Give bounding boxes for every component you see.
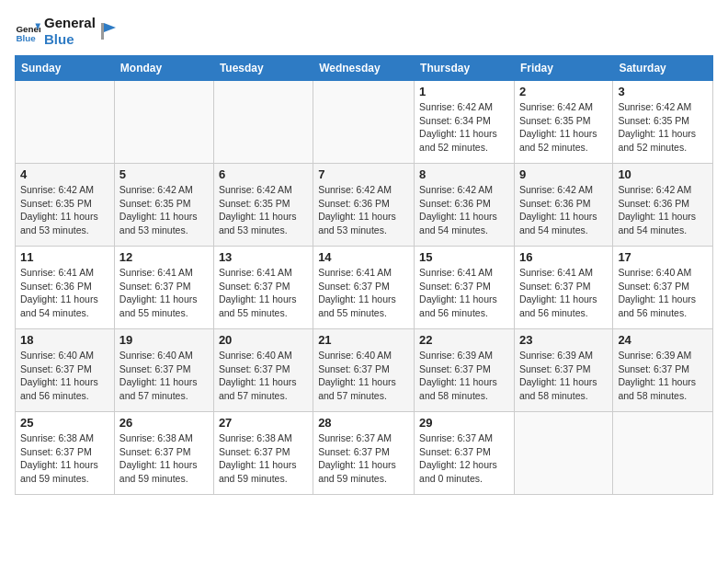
calendar-cell: 9Sunrise: 6:42 AM Sunset: 6:36 PM Daylig… bbox=[514, 164, 612, 247]
day-header-friday: Friday bbox=[514, 56, 612, 81]
calendar-cell bbox=[114, 81, 213, 164]
calendar-cell: 15Sunrise: 6:41 AM Sunset: 6:37 PM Dayli… bbox=[415, 247, 515, 329]
day-number: 11 bbox=[20, 250, 109, 264]
day-info: Sunrise: 6:42 AM Sunset: 6:34 PM Dayligh… bbox=[419, 100, 509, 155]
calendar-header: SundayMondayTuesdayWednesdayThursdayFrid… bbox=[16, 56, 713, 81]
calendar-cell: 16Sunrise: 6:41 AM Sunset: 6:37 PM Dayli… bbox=[514, 247, 612, 329]
calendar-cell: 7Sunrise: 6:42 AM Sunset: 6:36 PM Daylig… bbox=[313, 164, 415, 247]
calendar-cell: 8Sunrise: 6:42 AM Sunset: 6:36 PM Daylig… bbox=[415, 164, 515, 247]
calendar-cell bbox=[514, 412, 612, 495]
calendar-cell: 6Sunrise: 6:42 AM Sunset: 6:35 PM Daylig… bbox=[213, 164, 313, 247]
day-number: 5 bbox=[119, 167, 209, 181]
day-number: 14 bbox=[318, 250, 409, 264]
calendar-cell: 27Sunrise: 6:38 AM Sunset: 6:37 PM Dayli… bbox=[213, 412, 313, 495]
day-header-saturday: Saturday bbox=[613, 56, 713, 81]
svg-marker-4 bbox=[104, 23, 116, 32]
day-header-monday: Monday bbox=[114, 56, 213, 81]
day-number: 18 bbox=[20, 333, 109, 347]
day-info: Sunrise: 6:41 AM Sunset: 6:37 PM Dayligh… bbox=[219, 266, 308, 320]
calendar-cell: 24Sunrise: 6:39 AM Sunset: 6:37 PM Dayli… bbox=[613, 329, 713, 412]
day-number: 19 bbox=[119, 333, 209, 347]
day-number: 8 bbox=[419, 167, 509, 181]
day-info: Sunrise: 6:37 AM Sunset: 6:37 PM Dayligh… bbox=[318, 431, 409, 486]
calendar-cell bbox=[313, 81, 415, 164]
day-info: Sunrise: 6:42 AM Sunset: 6:36 PM Dayligh… bbox=[519, 183, 608, 237]
day-info: Sunrise: 6:42 AM Sunset: 6:36 PM Dayligh… bbox=[618, 183, 708, 237]
day-number: 10 bbox=[618, 167, 708, 181]
day-number: 20 bbox=[219, 333, 308, 347]
day-number: 1 bbox=[419, 85, 509, 98]
calendar-cell: 4Sunrise: 6:42 AM Sunset: 6:35 PM Daylig… bbox=[16, 164, 115, 247]
calendar-week-2: 4Sunrise: 6:42 AM Sunset: 6:35 PM Daylig… bbox=[16, 164, 713, 247]
day-info: Sunrise: 6:42 AM Sunset: 6:35 PM Dayligh… bbox=[119, 183, 209, 237]
day-info: Sunrise: 6:38 AM Sunset: 6:37 PM Dayligh… bbox=[219, 431, 308, 486]
calendar-cell: 28Sunrise: 6:37 AM Sunset: 6:37 PM Dayli… bbox=[313, 412, 415, 495]
day-number: 25 bbox=[20, 416, 109, 430]
day-number: 2 bbox=[519, 85, 608, 98]
calendar-cell: 23Sunrise: 6:39 AM Sunset: 6:37 PM Dayli… bbox=[514, 329, 612, 412]
day-number: 16 bbox=[519, 250, 608, 264]
calendar-cell bbox=[213, 81, 313, 164]
logo-icon: General Blue bbox=[15, 18, 40, 44]
day-header-wednesday: Wednesday bbox=[313, 56, 415, 81]
day-info: Sunrise: 6:41 AM Sunset: 6:37 PM Dayligh… bbox=[119, 266, 209, 320]
day-number: 23 bbox=[519, 333, 608, 347]
day-number: 29 bbox=[419, 416, 509, 430]
logo: General Blue General Blue bbox=[15, 15, 119, 48]
day-number: 17 bbox=[618, 250, 708, 264]
day-info: Sunrise: 6:42 AM Sunset: 6:35 PM Dayligh… bbox=[519, 100, 608, 155]
day-number: 22 bbox=[419, 333, 509, 347]
day-info: Sunrise: 6:37 AM Sunset: 6:37 PM Dayligh… bbox=[419, 431, 509, 486]
day-number: 3 bbox=[618, 85, 708, 98]
calendar-table: SundayMondayTuesdayWednesdayThursdayFrid… bbox=[15, 55, 713, 495]
day-info: Sunrise: 6:40 AM Sunset: 6:37 PM Dayligh… bbox=[219, 349, 308, 403]
day-number: 7 bbox=[318, 167, 409, 181]
calendar-cell: 1Sunrise: 6:42 AM Sunset: 6:34 PM Daylig… bbox=[415, 81, 515, 164]
day-number: 27 bbox=[219, 416, 308, 430]
day-number: 28 bbox=[318, 416, 409, 430]
day-info: Sunrise: 6:41 AM Sunset: 6:37 PM Dayligh… bbox=[419, 266, 509, 320]
calendar-cell: 12Sunrise: 6:41 AM Sunset: 6:37 PM Dayli… bbox=[114, 247, 213, 329]
logo-general: General bbox=[44, 15, 96, 31]
calendar-cell: 21Sunrise: 6:40 AM Sunset: 6:37 PM Dayli… bbox=[313, 329, 415, 412]
day-info: Sunrise: 6:38 AM Sunset: 6:37 PM Dayligh… bbox=[119, 431, 209, 486]
day-info: Sunrise: 6:41 AM Sunset: 6:37 PM Dayligh… bbox=[318, 266, 409, 320]
calendar-cell bbox=[16, 81, 115, 164]
day-info: Sunrise: 6:40 AM Sunset: 6:37 PM Dayligh… bbox=[119, 349, 209, 403]
calendar-week-5: 25Sunrise: 6:38 AM Sunset: 6:37 PM Dayli… bbox=[16, 412, 713, 495]
day-info: Sunrise: 6:42 AM Sunset: 6:35 PM Dayligh… bbox=[618, 100, 708, 155]
day-info: Sunrise: 6:42 AM Sunset: 6:35 PM Dayligh… bbox=[20, 183, 109, 237]
calendar-cell: 14Sunrise: 6:41 AM Sunset: 6:37 PM Dayli… bbox=[313, 247, 415, 329]
calendar-week-4: 18Sunrise: 6:40 AM Sunset: 6:37 PM Dayli… bbox=[16, 329, 713, 412]
calendar-cell: 11Sunrise: 6:41 AM Sunset: 6:36 PM Dayli… bbox=[16, 247, 115, 329]
day-number: 12 bbox=[119, 250, 209, 264]
svg-rect-3 bbox=[101, 23, 104, 40]
calendar-cell: 17Sunrise: 6:40 AM Sunset: 6:37 PM Dayli… bbox=[613, 247, 713, 329]
day-info: Sunrise: 6:40 AM Sunset: 6:37 PM Dayligh… bbox=[318, 349, 409, 403]
calendar-cell: 26Sunrise: 6:38 AM Sunset: 6:37 PM Dayli… bbox=[114, 412, 213, 495]
logo-blue: Blue bbox=[44, 31, 96, 48]
day-number: 4 bbox=[20, 167, 109, 181]
day-info: Sunrise: 6:42 AM Sunset: 6:36 PM Dayligh… bbox=[419, 183, 509, 237]
day-header-tuesday: Tuesday bbox=[213, 56, 313, 81]
day-number: 15 bbox=[419, 250, 509, 264]
day-header-sunday: Sunday bbox=[16, 56, 115, 81]
day-header-thursday: Thursday bbox=[415, 56, 515, 81]
calendar-cell: 18Sunrise: 6:40 AM Sunset: 6:37 PM Dayli… bbox=[16, 329, 115, 412]
calendar-cell bbox=[613, 412, 713, 495]
day-info: Sunrise: 6:38 AM Sunset: 6:37 PM Dayligh… bbox=[20, 431, 109, 486]
calendar-cell: 29Sunrise: 6:37 AM Sunset: 6:37 PM Dayli… bbox=[415, 412, 515, 495]
calendar-cell: 22Sunrise: 6:39 AM Sunset: 6:37 PM Dayli… bbox=[415, 329, 515, 412]
day-info: Sunrise: 6:42 AM Sunset: 6:35 PM Dayligh… bbox=[219, 183, 308, 237]
day-info: Sunrise: 6:40 AM Sunset: 6:37 PM Dayligh… bbox=[618, 266, 708, 320]
day-info: Sunrise: 6:39 AM Sunset: 6:37 PM Dayligh… bbox=[419, 349, 509, 403]
calendar-body: 1Sunrise: 6:42 AM Sunset: 6:34 PM Daylig… bbox=[16, 81, 713, 495]
calendar-cell: 19Sunrise: 6:40 AM Sunset: 6:37 PM Dayli… bbox=[114, 329, 213, 412]
calendar-cell: 5Sunrise: 6:42 AM Sunset: 6:35 PM Daylig… bbox=[114, 164, 213, 247]
day-number: 6 bbox=[219, 167, 308, 181]
calendar-cell: 13Sunrise: 6:41 AM Sunset: 6:37 PM Dayli… bbox=[213, 247, 313, 329]
calendar-cell: 2Sunrise: 6:42 AM Sunset: 6:35 PM Daylig… bbox=[514, 81, 612, 164]
calendar-cell: 20Sunrise: 6:40 AM Sunset: 6:37 PM Dayli… bbox=[213, 329, 313, 412]
day-number: 9 bbox=[519, 167, 608, 181]
day-number: 13 bbox=[219, 250, 308, 264]
